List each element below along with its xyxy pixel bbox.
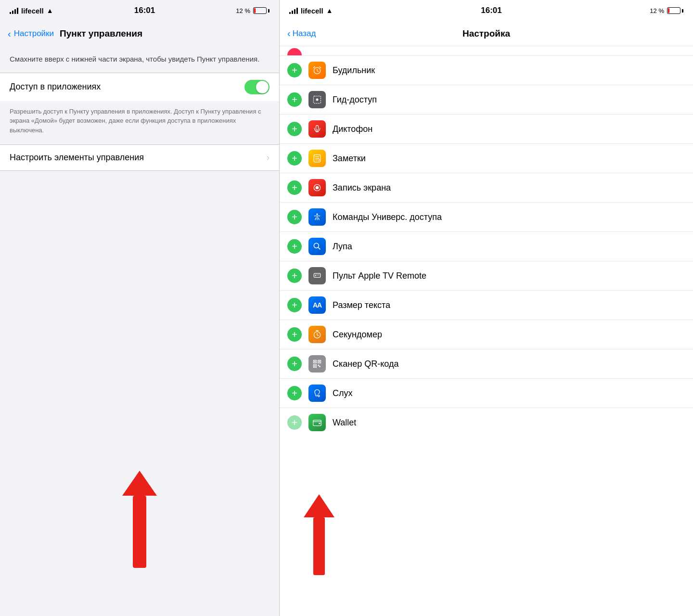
signal-bar-2 (12, 11, 13, 14)
app-icon (308, 62, 326, 79)
item-label: Запись экрана (333, 183, 685, 193)
app-icon (308, 267, 326, 284)
right-battery-fill (668, 8, 669, 13)
add-button[interactable]: + (287, 298, 302, 312)
add-button[interactable]: + (287, 386, 302, 400)
left-battery-tip (268, 9, 270, 13)
add-button[interactable]: + (287, 92, 302, 107)
list-item[interactable]: +Команды Универс. доступа (280, 203, 693, 232)
list-item[interactable]: +Секундомер (280, 320, 693, 349)
list-item[interactable]: +Слух (280, 379, 693, 408)
svg-point-2 (316, 99, 319, 101)
right-battery-icon (667, 7, 683, 14)
item-label: Размер текста (333, 300, 685, 310)
add-button[interactable]: + (287, 180, 302, 195)
right-nav-bar: ‹ Назад Настройка (280, 21, 693, 46)
right-back-label: Назад (293, 29, 316, 38)
right-list-wrapper: +Будильник+Гид-доступ+Диктофон+Заметки+З… (280, 56, 693, 616)
left-carrier-info: lifecell ▲ (10, 7, 53, 15)
access-in-apps-toggle[interactable] (244, 80, 270, 94)
svg-rect-9 (315, 275, 316, 276)
list-item[interactable]: +Лупа (280, 232, 693, 261)
left-time: 16:01 (134, 6, 155, 15)
add-button[interactable]: + (287, 122, 302, 136)
right-signal-bars (289, 7, 298, 14)
svg-point-6 (316, 214, 318, 215)
add-button[interactable]: + (287, 151, 302, 166)
app-icon (308, 120, 326, 138)
items-list: +Будильник+Гид-доступ+Диктофон+Заметки+З… (280, 56, 693, 437)
app-icon (308, 385, 326, 402)
right-time: 16:01 (481, 6, 501, 15)
left-empty-area (0, 171, 279, 616)
signal-bar-4 (17, 8, 18, 14)
right-page-title: Настройка (326, 28, 647, 39)
app-icon (308, 150, 326, 167)
item-label: Диктофон (333, 124, 685, 134)
item-label: Гид-доступ (333, 95, 685, 105)
left-arrow-head (122, 471, 157, 496)
list-item[interactable]: +Wallet (280, 408, 693, 437)
svg-rect-11 (319, 275, 320, 276)
list-item[interactable]: +Пульт Apple TV Remote (280, 261, 693, 291)
svg-rect-14 (314, 361, 316, 362)
svg-point-5 (316, 186, 319, 190)
toggle-knob (256, 81, 269, 93)
left-status-bar: lifecell ▲ 16:01 12 % (0, 0, 279, 21)
add-button[interactable]: + (287, 415, 302, 430)
right-wifi-icon: ▲ (326, 7, 333, 14)
customize-label: Настроить элементы управления (10, 153, 144, 163)
right-battery-area: 12 % (650, 7, 683, 14)
customize-row[interactable]: Настроить элементы управления › (0, 145, 279, 170)
list-item[interactable]: +Заметки (280, 144, 693, 173)
list-item[interactable]: +Сканер QR-кода (280, 349, 693, 379)
list-item[interactable]: +Запись экрана (280, 173, 693, 203)
access-in-apps-row[interactable]: Доступ в приложениях (0, 73, 279, 101)
svg-point-19 (318, 395, 320, 397)
left-back-chevron-icon: ‹ (8, 28, 11, 39)
left-battery-icon (253, 7, 270, 14)
left-nav-bar: ‹ Настройки Пункт управления (0, 21, 279, 46)
left-back-button[interactable]: ‹ Настройки (8, 28, 54, 39)
left-battery-area: 12 % (236, 7, 270, 14)
item-label: Команды Универс. доступа (333, 212, 685, 222)
app-icon (308, 238, 326, 255)
right-back-chevron-icon: ‹ (287, 28, 291, 39)
app-icon (308, 179, 326, 196)
add-button[interactable]: + (287, 357, 302, 371)
partial-item-circle (287, 48, 302, 56)
add-button[interactable]: + (287, 269, 302, 283)
add-button[interactable]: + (287, 210, 302, 224)
left-battery-fill (254, 8, 256, 13)
app-icon (308, 414, 326, 431)
right-status-bar: lifecell ▲ 16:01 12 % (280, 0, 693, 21)
item-label: Заметки (333, 154, 685, 164)
signal-bar-1 (10, 12, 11, 14)
left-description-box: Смахните вверх с нижней части экрана, чт… (0, 46, 279, 73)
app-icon (308, 91, 326, 108)
add-button[interactable]: + (287, 327, 302, 342)
item-label: Слух (333, 388, 685, 398)
left-description-text: Смахните вверх с нижней части экрана, чт… (10, 55, 259, 63)
left-wifi-icon: ▲ (47, 7, 53, 14)
list-item[interactable]: +Будильник (280, 56, 693, 85)
item-label: Пульт Apple TV Remote (333, 271, 685, 281)
left-page-title: Пункт управления (60, 28, 142, 39)
rsignal-bar-1 (289, 12, 291, 14)
rsignal-bar-2 (292, 11, 293, 14)
left-panel: lifecell ▲ 16:01 12 % ‹ Настройки Пункт … (0, 0, 279, 616)
list-item[interactable]: +Диктофон (280, 115, 693, 144)
list-item[interactable]: +AAРазмер текста (280, 291, 693, 320)
right-back-button[interactable]: ‹ Назад (287, 28, 326, 39)
signal-bar-3 (14, 9, 16, 14)
item-label: Сканер QR-кода (333, 359, 685, 369)
add-button[interactable]: + (287, 239, 302, 254)
item-label: Будильник (333, 65, 685, 76)
add-button[interactable]: + (287, 63, 302, 77)
left-arrow-shaft (133, 496, 146, 568)
left-signal-bars (10, 7, 18, 14)
item-label: Wallet (333, 418, 685, 428)
svg-point-7 (314, 243, 319, 248)
list-item[interactable]: +Гид-доступ (280, 85, 693, 115)
access-in-apps-label: Доступ в приложениях (10, 82, 101, 92)
